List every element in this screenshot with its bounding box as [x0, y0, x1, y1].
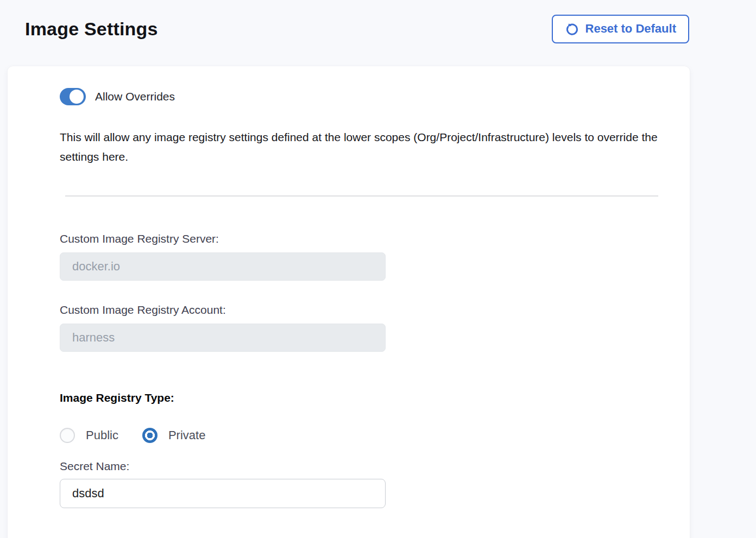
registry-server-input[interactable]: [60, 252, 386, 281]
registry-account-field: Custom Image Registry Account:: [60, 303, 670, 352]
public-radio-label: Public: [86, 428, 118, 442]
registry-account-input[interactable]: [60, 324, 386, 352]
registry-server-label: Custom Image Registry Server:: [60, 232, 670, 245]
registry-type-label: Image Registry Type:: [60, 391, 670, 404]
secret-name-input[interactable]: [60, 479, 386, 508]
reset-icon: [565, 22, 579, 36]
registry-server-field: Custom Image Registry Server:: [60, 232, 670, 281]
private-radio-button[interactable]: [142, 428, 158, 443]
public-radio-button[interactable]: [60, 428, 75, 443]
page-title: Image Settings: [25, 18, 158, 40]
registry-type-radio-group: Public Private: [60, 428, 670, 443]
allow-overrides-label: Allow Overrides: [95, 90, 175, 103]
overrides-description: This will allow any image registry setti…: [60, 128, 665, 167]
secret-name-label: Secret Name:: [60, 460, 670, 473]
secret-name-field: Secret Name:: [60, 460, 670, 508]
reset-to-default-button[interactable]: Reset to Default: [552, 15, 689, 43]
allow-overrides-toggle[interactable]: [60, 88, 86, 105]
page-header: Image Settings Reset to Default: [25, 0, 689, 66]
allow-overrides-row: Allow Overrides: [60, 88, 670, 105]
section-divider: [65, 195, 658, 197]
radio-option-private[interactable]: Private: [142, 428, 205, 443]
image-settings-card: Allow Overrides This will allow any imag…: [8, 66, 690, 538]
private-radio-label: Private: [168, 428, 205, 442]
radio-option-public[interactable]: Public: [60, 428, 118, 443]
registry-account-label: Custom Image Registry Account:: [60, 303, 670, 317]
toggle-knob: [70, 90, 84, 104]
reset-button-label: Reset to Default: [585, 22, 676, 36]
